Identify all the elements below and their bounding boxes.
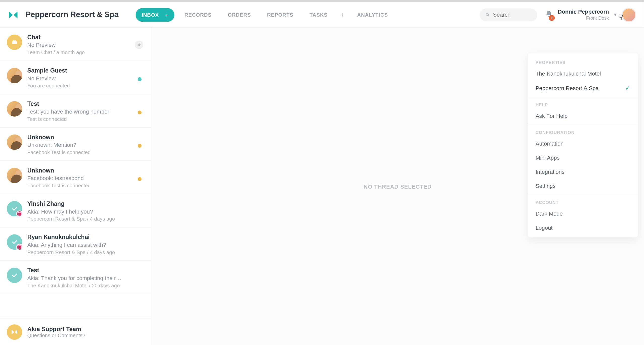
nav-orders[interactable]: ORDERS	[222, 8, 257, 21]
thread-meta: Facebook Test is connected	[27, 183, 144, 189]
dropdown-item-label: Integrations	[536, 169, 565, 175]
thread-row[interactable]: ChatNo PreviewTeam Chat / a month ago	[0, 28, 151, 61]
unread-indicator	[138, 144, 141, 148]
thread-avatar	[7, 268, 22, 283]
thread-preview: Akia: Anything I can assist with?	[27, 242, 144, 248]
thread-avatar	[7, 234, 22, 250]
dropdown-item-label: Logout	[536, 225, 552, 231]
chevron-down-icon: ▼	[613, 12, 618, 17]
dropdown-section-account: ACCOUNT	[528, 197, 638, 206]
user-menu-trigger[interactable]: Donnie Peppercorn Front Desk ▼ ☟	[558, 8, 636, 22]
pin-icon[interactable]	[135, 41, 143, 49]
thread-row[interactable]: Ryan KanoknukulchaiAkia: Anything I can …	[0, 227, 151, 261]
dropdown-item[interactable]: Peppercorn Resort & Spa✓	[528, 81, 638, 95]
nav-records[interactable]: RECORDS	[178, 8, 217, 21]
support-title: Akia Support Team	[27, 326, 85, 332]
thread-row[interactable]: TestTest: you have the wrong numberTest …	[0, 94, 151, 128]
thread-row[interactable]: Yinshi ZhangAkia: How may I help you?Pep…	[0, 194, 151, 227]
dropdown-section-configuration: CONFIGURATION	[528, 127, 638, 136]
thread-preview: No Preview	[27, 42, 144, 48]
thread-preview: Facebook: testrespond	[27, 175, 144, 181]
thread-list[interactable]: ChatNo PreviewTeam Chat / a month agoSam…	[0, 28, 151, 318]
dropdown-item[interactable]: Ask For Help	[528, 109, 638, 123]
user-role: Front Desk	[558, 15, 609, 21]
dropdown-divider	[528, 125, 638, 125]
instagram-badge-icon	[16, 177, 22, 183]
dropdown-item[interactable]: Logout	[528, 221, 638, 235]
plus-icon[interactable]: +	[163, 11, 171, 19]
dropdown-item[interactable]: Dark Mode	[528, 206, 638, 221]
workspace-title: Peppercorn Resort & Spa	[26, 10, 119, 19]
nav-tasks[interactable]: TASKS	[304, 8, 334, 21]
dropdown-item[interactable]: The Kanoknukulchai Motel	[528, 66, 638, 81]
support-avatar	[7, 324, 22, 340]
dropdown-item-label: Ask For Help	[536, 113, 568, 119]
thread-title: Test	[27, 267, 144, 273]
user-avatar[interactable]: ☟	[622, 8, 636, 22]
dropdown-item-label: Peppercorn Resort & Spa	[536, 85, 599, 91]
browser-chrome-strip	[0, 0, 644, 2]
support-team-row[interactable]: Akia Support Team Questions or Comments?	[0, 318, 151, 345]
empty-state-text: NO THREAD SELECTED	[364, 184, 432, 190]
main-content: NO THREAD SELECTED PROPERTIES The Kanokn…	[151, 28, 644, 345]
thread-avatar	[7, 201, 22, 216]
thread-meta: Facebook Test is connected	[27, 149, 144, 155]
thread-meta: Team Chat / a month ago	[27, 50, 144, 56]
nav-analytics[interactable]: ANALYTICS	[351, 8, 394, 21]
thread-preview: Unknown: Mention?	[27, 142, 144, 148]
nav-inbox[interactable]: INBOX +	[136, 8, 174, 21]
thread-title: Ryan Kanoknukulchai	[27, 233, 144, 240]
thread-row[interactable]: UnknownUnknown: Mention?Facebook Test is…	[0, 128, 151, 161]
thread-avatar	[7, 34, 22, 50]
app-logo[interactable]	[8, 9, 19, 20]
nav-reports[interactable]: REPORTS	[261, 8, 299, 21]
dropdown-section-properties: PROPERTIES	[528, 57, 638, 66]
add-tab-button[interactable]: +	[338, 11, 347, 19]
instagram-badge-icon	[16, 211, 23, 217]
dropdown-item[interactable]: Automation	[528, 136, 638, 151]
svg-line-1	[488, 15, 489, 16]
nav-tasks-label: TASKS	[309, 12, 328, 18]
thread-row[interactable]: TestAkia: Thank you for completing the r…	[0, 261, 151, 294]
inbox-sidebar: ChatNo PreviewTeam Chat / a month agoSam…	[0, 28, 151, 345]
thread-meta: You are connected	[27, 83, 144, 89]
dropdown-section-help: HELP	[528, 99, 638, 109]
thread-meta: Peppercorn Resort & Spa / 4 days ago	[27, 249, 144, 255]
dropdown-item-label: The Kanoknukulchai Motel	[536, 71, 601, 77]
dropdown-item[interactable]: Integrations	[528, 165, 638, 179]
thread-title: Chat	[27, 34, 144, 41]
thread-avatar	[7, 68, 22, 83]
thread-title: Yinshi Zhang	[27, 200, 144, 207]
unread-indicator	[138, 77, 141, 81]
dropdown-divider	[528, 97, 638, 97]
dropdown-divider	[528, 195, 638, 195]
main-nav: INBOX + RECORDS ORDERS REPORTS TASKS + A…	[136, 8, 394, 21]
dropdown-item-label: Settings	[536, 183, 556, 189]
unread-indicator	[138, 177, 141, 181]
svg-point-0	[486, 13, 489, 16]
thread-title: Unknown	[27, 167, 144, 174]
thread-title: Unknown	[27, 134, 144, 141]
thread-title: Test	[27, 100, 144, 107]
thread-preview: Akia: Thank you for completing the r…	[27, 275, 144, 281]
thread-meta: Peppercorn Resort & Spa / 4 days ago	[27, 216, 144, 222]
dropdown-item[interactable]: Settings	[528, 179, 638, 193]
thread-row[interactable]: Sample GuestNo PreviewYou are connected	[0, 61, 151, 94]
dropdown-item-label: Automation	[536, 141, 564, 147]
dropdown-item[interactable]: Mini Apps	[528, 151, 638, 165]
thread-avatar	[7, 101, 22, 117]
check-icon: ✓	[625, 85, 630, 91]
instagram-badge-icon	[16, 144, 22, 150]
search-input[interactable]	[493, 12, 532, 18]
thread-row[interactable]: UnknownFacebook: testrespondFacebook Tes…	[0, 161, 151, 194]
search-box[interactable]	[480, 8, 537, 21]
notifications-button[interactable]: 1	[545, 10, 553, 19]
support-subtitle: Questions or Comments?	[27, 332, 85, 338]
instagram-badge-icon	[16, 244, 23, 251]
unread-indicator	[138, 111, 141, 114]
user-name: Donnie Peppercorn	[558, 8, 609, 15]
thread-preview: Akia: How may I help you?	[27, 208, 144, 215]
thread-avatar	[7, 134, 22, 150]
thread-title: Sample Guest	[27, 67, 144, 74]
notification-count-badge: 1	[549, 15, 555, 21]
